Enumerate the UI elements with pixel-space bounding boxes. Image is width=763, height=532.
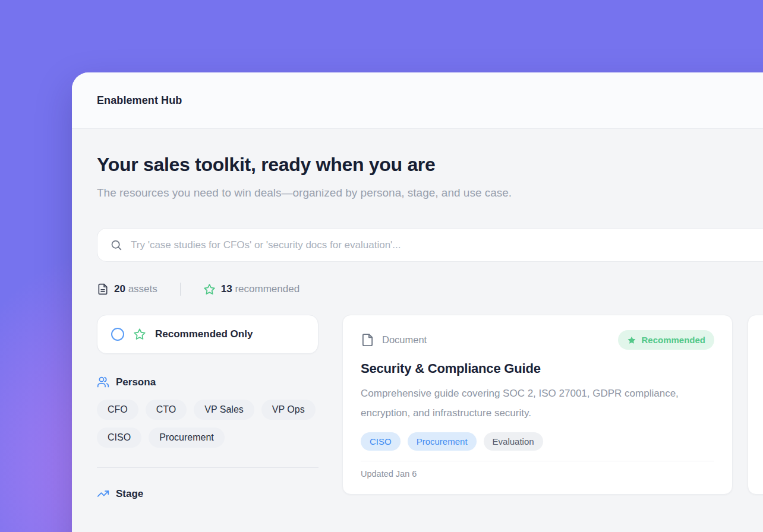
persona-chip-list: CFOCTOVP SalesVP OpsCISOProcurement <box>97 400 319 448</box>
persona-chip-ciso[interactable]: CISO <box>97 428 141 448</box>
stage-filter-section: Stage <box>97 487 319 500</box>
panel-body: Your sales toolkit, ready when you are T… <box>72 154 763 500</box>
stats-divider <box>180 283 181 296</box>
page-title: Your sales toolkit, ready when you are <box>97 154 763 176</box>
app-title: Enablement Hub <box>97 94 182 107</box>
assets-count: 20 <box>114 283 125 294</box>
asset-card-security-compliance-guide[interactable]: Document Recommended Security & Complian… <box>342 315 733 495</box>
card-title: Security & Compliance Guide <box>361 361 714 376</box>
tag-evaluation[interactable]: Evaluation <box>484 432 543 451</box>
recommended-stat: 13 recommended <box>203 283 299 296</box>
content-area: Recommended Only Persona <box>97 315 763 500</box>
recommended-label: recommended <box>235 283 299 294</box>
card-description: Comprehensive guide covering SOC 2, ISO … <box>361 384 711 423</box>
stage-title: Stage <box>116 488 143 500</box>
persona-filter-section: Persona CFOCTOVP SalesVP OpsCISOProcurem… <box>97 376 319 448</box>
card-divider <box>361 461 714 461</box>
star-icon <box>203 283 216 296</box>
search-input[interactable] <box>131 239 763 251</box>
document-icon <box>361 333 374 347</box>
filters-sidebar: Recommended Only Persona <box>97 315 319 500</box>
trending-up-icon <box>97 487 109 500</box>
search-bar[interactable] <box>97 228 763 262</box>
asset-card-partial[interactable] <box>748 315 763 495</box>
recommended-only-label: Recommended Only <box>155 328 253 340</box>
stage-header: Stage <box>97 487 319 500</box>
file-text-icon <box>97 283 109 295</box>
sidebar-divider <box>97 467 319 468</box>
tag-ciso[interactable]: CISO <box>361 432 401 451</box>
recommended-badge-label: Recommended <box>641 335 705 345</box>
toggle-circle-icon[interactable] <box>111 328 124 341</box>
card-tag-list: CISOProcurementEvaluation <box>361 432 714 451</box>
card-top-row: Document Recommended <box>361 330 714 350</box>
search-icon <box>110 239 122 251</box>
enablement-hub-panel: Enablement Hub Your sales toolkit, ready… <box>72 72 763 532</box>
assets-stat: 20 assets <box>97 283 157 295</box>
panel-header: Enablement Hub <box>72 72 763 129</box>
persona-chip-vp-sales[interactable]: VP Sales <box>194 400 254 420</box>
recommended-count: 13 <box>221 283 232 294</box>
star-icon <box>133 328 146 341</box>
recommended-badge: Recommended <box>618 330 714 350</box>
tag-procurement[interactable]: Procurement <box>408 432 477 451</box>
card-updated: Updated Jan 6 <box>361 469 714 494</box>
asset-cards-row: Document Recommended Security & Complian… <box>342 315 763 495</box>
card-type: Document <box>361 333 427 347</box>
card-type-label: Document <box>382 334 427 346</box>
persona-chip-vp-ops[interactable]: VP Ops <box>261 400 316 420</box>
page-subtitle: The resources you need to win deals—orga… <box>97 181 584 204</box>
star-filled-icon <box>627 335 636 345</box>
persona-chip-procurement[interactable]: Procurement <box>149 428 225 448</box>
stats-row: 20 assets 13 recommended <box>97 283 763 296</box>
recommended-only-toggle[interactable]: Recommended Only <box>97 315 319 354</box>
persona-chip-cfo[interactable]: CFO <box>97 400 138 420</box>
users-icon <box>97 376 109 388</box>
persona-header: Persona <box>97 376 319 388</box>
persona-title: Persona <box>116 376 156 388</box>
persona-chip-cto[interactable]: CTO <box>146 400 187 420</box>
assets-label: assets <box>128 283 157 294</box>
